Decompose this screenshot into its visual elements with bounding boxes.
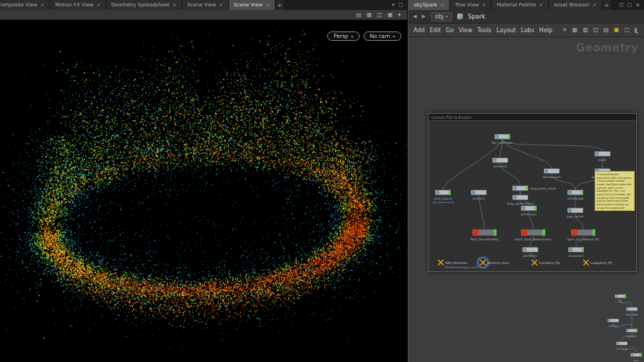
tab-close-icon[interactable]: × — [539, 2, 543, 8]
tab-close-icon[interactable]: × — [592, 2, 597, 8]
menu-view[interactable]: View — [459, 27, 472, 34]
menu-add[interactable]: Add — [414, 27, 425, 34]
sop-node-icon — [617, 343, 619, 345]
display-flag[interactable] — [592, 230, 595, 236]
node-dust-source[interactable]: dust_sourceadv_@source.nd — [432, 190, 454, 204]
tab-tree-view[interactable]: Tree View× — [450, 0, 492, 10]
pane-split-icon[interactable]: ◫ — [619, 3, 624, 8]
node-rbd-fdensities[interactable]: RBD_fdensitiesRBDfdensities/spark_emit — [439, 260, 479, 269]
forward-arrow-icon[interactable]: ▶ — [421, 14, 425, 19]
tab-composite-view[interactable]: Composite View× — [0, 0, 50, 10]
display-options-icon[interactable]: ▤ — [356, 12, 362, 18]
new-tab-button[interactable]: + — [602, 0, 612, 10]
node-wiresim1[interactable]: wiresim1 — [492, 158, 508, 168]
back-arrow-icon[interactable]: ◀ — [413, 14, 416, 19]
tab-close-icon[interactable]: × — [172, 2, 177, 8]
node-attrib1[interactable]: attrib1 — [608, 319, 619, 328]
tab-close-icon[interactable]: × — [219, 2, 223, 8]
node-attribvop2[interactable]: attribvop2 — [521, 206, 537, 216]
split-view-icon[interactable]: ◫ — [593, 27, 599, 33]
tab-close-icon[interactable]: × — [440, 2, 444, 8]
tab-material-palette[interactable]: Material Palette× — [492, 0, 549, 10]
display-flag[interactable] — [508, 134, 510, 140]
node-label: scatter1 — [472, 197, 485, 200]
node-fit1[interactable]: fit1 — [615, 295, 626, 303]
pane-tile-icon[interactable]: ▢ — [398, 3, 403, 8]
tab-close-icon[interactable]: × — [482, 2, 486, 8]
node-mat-base[interactable]: mat_base — [625, 308, 638, 316]
tab-scene-view[interactable]: Scene View× — [229, 0, 275, 10]
display-flag[interactable] — [640, 353, 642, 357]
split-layout-icon[interactable]: ◫ — [377, 12, 383, 18]
tab-asset-browser[interactable]: Asset Browser× — [549, 0, 602, 10]
list-view-icon[interactable]: ▤ — [603, 27, 609, 33]
pane-maximize-icon[interactable]: ▢ — [628, 3, 633, 8]
node-apvis-activename-fify[interactable]: apvis_ActiveName_fify — [567, 230, 600, 242]
menu-labs[interactable]: Labs — [521, 27, 535, 34]
display-flag[interactable] — [581, 190, 583, 195]
node-my-controller[interactable]: My_Controller — [492, 134, 513, 145]
particle-render-canvas[interactable] — [0, 20, 407, 362]
node-visualizer1[interactable]: visualizer1 — [568, 248, 585, 258]
overview-map-icon[interactable]: ▢ — [624, 27, 630, 33]
node-attribnoise1[interactable]: attribnoise1 — [542, 169, 561, 179]
camera-view-icon[interactable]: ▣ — [387, 12, 393, 18]
node-label: wiresim1 — [494, 165, 507, 168]
network-canvas[interactable]: Geometry Custom Fire fx Emitter My_Contr… — [409, 37, 644, 362]
display-flag[interactable] — [494, 230, 497, 236]
node-exanddrix-fify[interactable]: Exanddrix_fify — [532, 260, 560, 265]
node-scatter1[interactable]: scatter1 — [471, 190, 487, 200]
display-flag[interactable] — [535, 206, 537, 211]
pane-menu-icon[interactable]: ≡ — [635, 3, 640, 8]
tab-close-icon[interactable]: × — [97, 2, 101, 8]
node-merge1[interactable]: merge1 — [626, 329, 638, 338]
new-tab-button[interactable]: + — [275, 0, 285, 10]
snap-grid-icon[interactable]: ▦ — [366, 12, 372, 18]
camera-menu[interactable]: No cam ▾ — [364, 31, 401, 41]
node-out1[interactable]: out1 — [630, 353, 642, 362]
panel-title-bar[interactable]: Custom Fire fx Emitter — [429, 114, 636, 121]
node-attribvop8[interactable]: attribvop8 — [567, 190, 583, 200]
menu-edit[interactable]: Edit — [430, 27, 441, 34]
menu-help[interactable]: Help — [540, 27, 552, 34]
display-flag[interactable] — [635, 329, 638, 333]
add-node-icon[interactable]: + — [562, 27, 567, 33]
node-pointlist1[interactable]: pointlist1 — [522, 248, 538, 258]
node-label: boid1 — [598, 158, 607, 162]
tab-close-icon[interactable]: × — [265, 2, 270, 8]
tab-scene-view[interactable]: Scene View× — [182, 0, 229, 10]
display-flag[interactable] — [542, 230, 545, 236]
snap-icon[interactable]: ▦ — [572, 27, 578, 33]
tab-motion-fx-view[interactable]: Motion FX View× — [50, 0, 107, 10]
sticky-note[interactable]: To smooth/fasten simulation edit note po… — [595, 171, 635, 211]
search-icon[interactable] — [635, 28, 637, 33]
node-cadigdfire-fify[interactable]: CadigdFire_fify — [584, 260, 613, 265]
corner-node-cluster[interactable]: fit1mat_baseattrib1merge1OUT_simout1 — [602, 286, 644, 362]
sticky-notes-icon[interactable]: ▣ — [614, 27, 620, 33]
menu-tools[interactable]: Tools — [477, 27, 492, 34]
grid-display-icon[interactable]: ▥ — [582, 27, 588, 33]
tab-geometry-spreadsheet[interactable]: Geometry Spreadsheet× — [107, 0, 182, 10]
display-flag[interactable] — [449, 190, 451, 195]
display-flag[interactable] — [526, 186, 528, 191]
node-drag-bank-initial[interactable]: drag_bank_initial — [512, 186, 556, 191]
menu-layout[interactable]: Layout — [497, 27, 516, 34]
node-out-sim[interactable]: OUT_sim — [616, 342, 628, 351]
persp-menu[interactable]: Persp ▾ — [327, 31, 359, 41]
path-root-dropdown[interactable]: obj ▾ — [431, 12, 452, 21]
node-boid1[interactable]: boid1 — [595, 152, 610, 162]
node-drag-spark-detail[interactable]: drag_spark_detail — [507, 195, 533, 205]
tab-close-icon[interactable]: × — [40, 2, 44, 8]
node-twist-shavesinerly[interactable]: Twist_ShaveSineRly — [469, 230, 499, 242]
node-label: attribvop2 — [521, 212, 537, 216]
node-static-haze-waterstream[interactable]: Static_Haze_Waterstream — [514, 230, 551, 242]
menu-go[interactable]: Go — [446, 27, 454, 34]
tab-obj-spark[interactable]: obj/Spark× — [409, 0, 450, 10]
display-flag[interactable] — [624, 295, 626, 298]
display-flag[interactable] — [582, 248, 584, 253]
pane-menu-caret-icon[interactable]: ▾ — [392, 3, 395, 8]
node-pop-center[interactable]: pop_center — [567, 208, 584, 218]
node-baseline-haze[interactable]: Baseline_Haze — [477, 256, 509, 269]
more-caret-icon[interactable]: ▾ — [398, 12, 401, 18]
current-node-label: Spark — [468, 13, 485, 20]
